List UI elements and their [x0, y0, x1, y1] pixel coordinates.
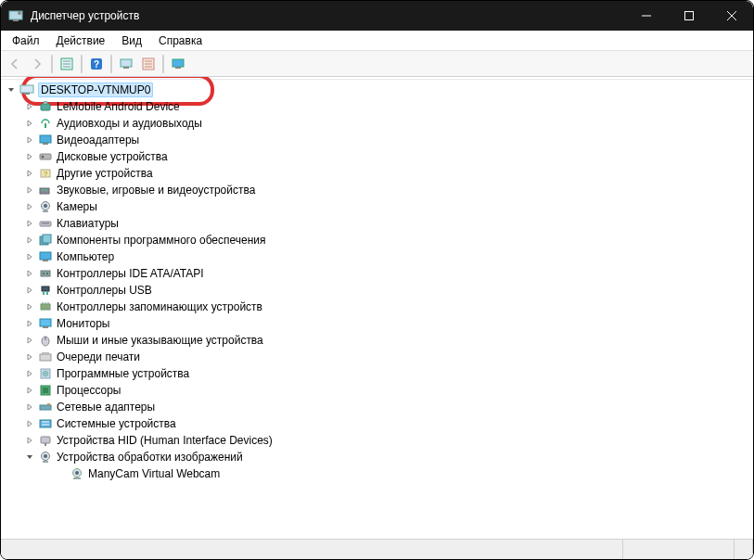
category-label[interactable]: Контроллеры USB [57, 284, 152, 297]
maximize-button[interactable] [668, 1, 710, 31]
tree-leaf-manycam[interactable]: ManyCam Virtual Webcam [1, 465, 753, 482]
forward-button[interactable] [27, 54, 47, 74]
tree-category[interactable]: Сетевые адаптеры [1, 399, 753, 415]
category-label[interactable]: Звуковые, игровые и видеоустройства [57, 184, 255, 197]
tree-category[interactable]: Дисковые устройства [1, 148, 753, 165]
chevron-right-icon[interactable] [23, 334, 36, 347]
tree-category[interactable]: Компьютер [1, 248, 753, 265]
chevron-right-icon[interactable] [23, 267, 36, 280]
category-icon [38, 183, 53, 197]
tree-category[interactable]: Мыши и иные указывающие устройства [1, 332, 753, 349]
category-label[interactable]: Видеоадаптеры [57, 134, 139, 146]
category-label[interactable]: Устройства обработки изображений [57, 451, 243, 464]
menu-help[interactable]: Справка [151, 32, 210, 49]
tree-category[interactable]: ?Другие устройства [1, 165, 753, 182]
minimize-button[interactable] [625, 1, 668, 31]
window-title: Диспетчер устройств [31, 9, 625, 22]
leaf-label[interactable]: ManyCam Virtual Webcam [88, 467, 220, 480]
tree-category[interactable]: LeMobile Android Device [1, 98, 753, 115]
chevron-right-icon[interactable] [23, 417, 36, 430]
svg-rect-75 [73, 477, 81, 479]
svg-rect-69 [45, 443, 46, 446]
toolbar-monitor-icon[interactable] [168, 54, 188, 74]
chevron-down-icon[interactable] [5, 83, 18, 96]
tree-category[interactable]: Устройства HID (Human Interface Devices) [1, 432, 753, 449]
category-label[interactable]: Системные устройства [57, 417, 176, 430]
tree-root[interactable]: DESKTOP-VTNMUP0 [1, 82, 753, 98]
svg-rect-1 [13, 19, 19, 21]
svg-rect-72 [43, 461, 48, 463]
category-label[interactable]: Компоненты программного обеспечения [57, 234, 266, 247]
tree-category[interactable]: Клавиатуры [1, 215, 753, 232]
chevron-right-icon[interactable] [23, 317, 36, 330]
toolbar-view-icon[interactable] [57, 54, 77, 74]
root-label[interactable]: DESKTOP-VTNMUP0 [38, 83, 153, 97]
close-button[interactable] [710, 1, 753, 31]
chevron-right-icon[interactable] [23, 134, 36, 146]
tree-category[interactable]: Аудиовходы и аудиовыходы [1, 115, 753, 132]
category-label[interactable]: Камеры [57, 200, 97, 213]
chevron-right-icon[interactable] [23, 184, 36, 197]
tree-category[interactable]: Контроллеры USB [1, 282, 753, 299]
menu-file[interactable]: Файл [5, 32, 47, 49]
category-label[interactable]: Устройства HID (Human Interface Devices) [57, 434, 273, 447]
tree-category[interactable]: Контроллеры IDE ATA/ATAPI [1, 265, 753, 282]
chevron-right-icon[interactable] [23, 117, 36, 130]
chevron-right-icon[interactable] [23, 100, 36, 113]
category-label[interactable]: Контроллеры IDE ATA/ATAPI [57, 267, 204, 280]
chevron-right-icon[interactable] [23, 300, 36, 313]
chevron-right-icon[interactable] [23, 234, 36, 247]
svg-rect-25 [45, 123, 46, 128]
chevron-right-icon[interactable] [23, 350, 36, 363]
toolbar-help-icon[interactable]: ? [86, 54, 107, 74]
tree-category[interactable]: Камеры [1, 198, 753, 215]
category-label[interactable]: Другие устройства [57, 167, 153, 180]
category-label[interactable]: Компьютер [57, 250, 114, 263]
svg-rect-41 [43, 260, 48, 261]
chevron-right-icon[interactable] [23, 167, 36, 180]
category-label[interactable]: Контроллеры запоминающих устройств [57, 300, 262, 313]
toolbar-scan-icon[interactable] [116, 54, 136, 74]
category-label[interactable]: Мыши и иные указывающие устройства [57, 334, 263, 347]
category-label[interactable]: Очереди печати [57, 350, 140, 363]
tree-category[interactable]: Устройства обработки изображений [1, 449, 753, 465]
category-label[interactable]: Мониторы [57, 317, 109, 330]
tree-category[interactable]: Компоненты программного обеспечения [1, 232, 753, 248]
category-icon [38, 316, 53, 331]
app-icon [8, 8, 23, 23]
computer-icon [19, 83, 34, 97]
tree-category[interactable]: Очереди печати [1, 349, 753, 365]
tree-category[interactable]: Видеоадаптеры [1, 132, 753, 148]
tree-category[interactable]: Программные устройства [1, 365, 753, 382]
chevron-right-icon[interactable] [23, 401, 36, 414]
category-label[interactable]: Сетевые адаптеры [57, 401, 155, 414]
chevron-right-icon[interactable] [23, 217, 36, 230]
tree-category[interactable]: Мониторы [1, 315, 753, 332]
category-label[interactable]: LeMobile Android Device [57, 100, 180, 113]
menu-action[interactable]: Действие [49, 32, 113, 49]
tree-category[interactable]: Контроллеры запоминающих устройств [1, 299, 753, 315]
menu-view[interactable]: Вид [114, 32, 149, 49]
chevron-right-icon[interactable] [23, 150, 36, 163]
tree-category[interactable]: Звуковые, игровые и видеоустройства [1, 182, 753, 198]
chevron-right-icon[interactable] [23, 284, 36, 297]
category-label[interactable]: Программные устройства [57, 367, 189, 380]
category-label[interactable]: Клавиатуры [57, 217, 119, 230]
chevron-right-icon[interactable] [23, 367, 36, 380]
chevron-right-icon[interactable] [23, 200, 36, 213]
chevron-right-icon[interactable] [23, 250, 36, 263]
category-label[interactable]: Процессоры [57, 384, 121, 397]
category-label[interactable]: Аудиовходы и аудиовыходы [57, 117, 202, 130]
chevron-down-icon[interactable] [23, 451, 36, 464]
svg-rect-14 [123, 67, 129, 69]
chevron-right-icon[interactable] [23, 384, 36, 397]
svg-point-2 [18, 11, 21, 15]
tree-category[interactable]: Процессоры [1, 382, 753, 399]
chevron-right-icon[interactable] [23, 434, 36, 447]
category-label[interactable]: Дисковые устройства [57, 150, 168, 163]
device-tree[interactable]: DESKTOP-VTNMUP0 LeMobile Android DeviceА… [1, 77, 753, 539]
menu-bar: Файл Действие Вид Справка [1, 31, 753, 51]
back-button[interactable] [5, 54, 25, 74]
tree-category[interactable]: Системные устройства [1, 415, 753, 432]
toolbar-list-icon[interactable] [138, 54, 159, 74]
